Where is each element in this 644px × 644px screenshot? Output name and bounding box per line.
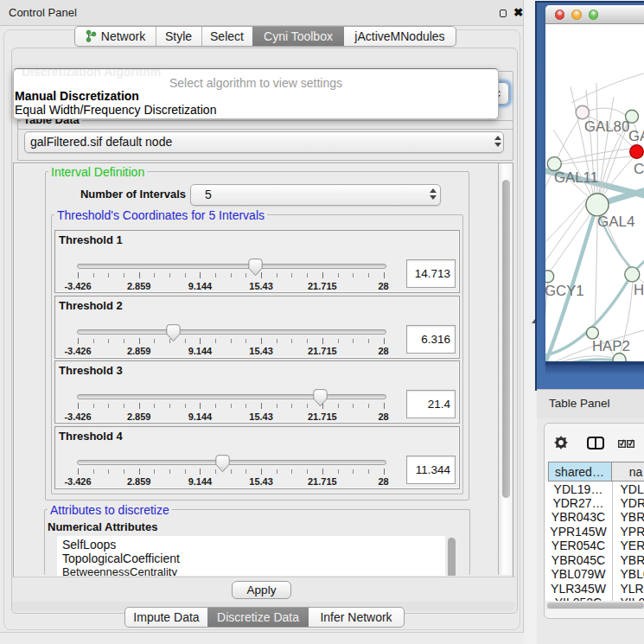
svg-text:GA: GA [628, 128, 644, 144]
svg-text:H: H [634, 282, 644, 298]
svg-text:C: C [634, 161, 644, 177]
svg-text:GAL80: GAL80 [584, 118, 629, 135]
svg-text:GAL11: GAL11 [554, 169, 598, 186]
svg-text:HAP2: HAP2 [592, 338, 630, 354]
svg-text:GAL4: GAL4 [597, 214, 634, 230]
svg-text:GCY1: GCY1 [545, 283, 584, 299]
